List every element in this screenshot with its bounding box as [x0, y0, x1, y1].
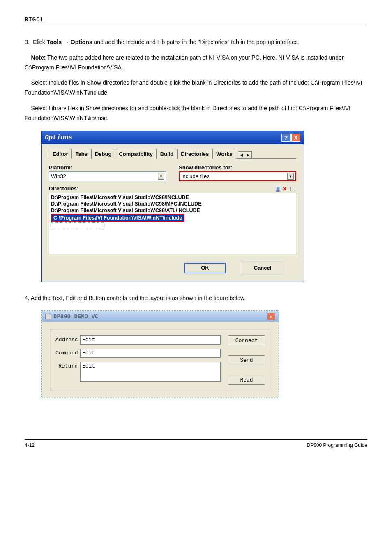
tab-directories[interactable]: Directories: [177, 149, 212, 159]
dir-item[interactable]: D:\Program Files\Microsoft Visual Studio…: [51, 201, 294, 207]
note-label: Note:: [31, 54, 46, 61]
dirs-toolbar: ▦ ✕ ↑ ↓: [275, 185, 296, 192]
close-button[interactable]: ✕: [267, 313, 275, 320]
dir-item-highlight[interactable]: C:\Program Files\IVI Foundation\VISA\Win…: [51, 214, 184, 222]
ok-button[interactable]: OK: [184, 263, 226, 273]
delete-dir-icon[interactable]: ✕: [282, 185, 287, 192]
tab-works[interactable]: Works: [212, 149, 236, 159]
command-label: Command: [55, 349, 80, 356]
platform-select[interactable]: Win32 ▼: [49, 171, 166, 181]
cancel-button[interactable]: Cancel: [242, 263, 283, 273]
note-text: The two paths added here are related to …: [25, 54, 344, 71]
step4-text: 4. Add the Text, Edit and Button control…: [25, 294, 367, 303]
arrow-icon: →: [62, 39, 71, 45]
help-button[interactable]: ?: [281, 134, 291, 142]
chevron-down-icon[interactable]: ▼: [158, 173, 164, 180]
address-label: Address: [55, 335, 80, 343]
demo-dialog: DP800_DEMO_VC ✕ Address Edit Command Edi…: [41, 310, 279, 398]
tab-right-icon[interactable]: ▶: [245, 152, 251, 158]
demo-screenshot: DP800_DEMO_VC ✕ Address Edit Command Edi…: [41, 310, 367, 398]
demo-title: DP800_DEMO_VC: [53, 313, 267, 320]
page-brand: RIGOL: [25, 16, 367, 25]
note-block: Note: The two paths added here are relat…: [25, 53, 367, 73]
dir-item[interactable]: D:\Program Files\Microsoft Visual Studio…: [51, 194, 294, 201]
dirs-listbox[interactable]: D:\Program Files\Microsoft Visual Studio…: [49, 193, 296, 254]
demo-body: Address Edit Command Edit Return Edit Co…: [42, 322, 279, 398]
read-button[interactable]: Read: [228, 375, 265, 385]
step3-after: and add the Include and Lib paths in the…: [92, 39, 300, 45]
platform-col: Platform: Win32 ▼: [49, 164, 166, 181]
send-button[interactable]: Send: [228, 355, 265, 365]
move-up-icon[interactable]: ↑: [289, 185, 292, 192]
select-include-text: Select Include files in Show directories…: [25, 78, 367, 98]
step3-text: 3. Click Tools → Options and add the Inc…: [25, 37, 367, 47]
tab-tabs[interactable]: Tabs: [72, 149, 91, 159]
dirs-header: Directories: ▦ ✕ ↑ ↓: [49, 185, 296, 192]
platform-label: Platform:: [49, 164, 166, 171]
demo-titlebar: DP800_DEMO_VC ✕: [42, 311, 279, 322]
tab-debug[interactable]: Debug: [91, 149, 115, 159]
page-number: 4-12: [25, 442, 35, 448]
tab-editor[interactable]: Editor: [49, 149, 72, 159]
new-dir-icon[interactable]: ▦: [275, 185, 281, 192]
step3-before: Click: [32, 39, 46, 45]
tab-build[interactable]: Build: [157, 149, 178, 159]
command-row: Command Edit: [55, 349, 221, 358]
app-icon: [45, 314, 51, 319]
address-input[interactable]: Edit: [80, 335, 221, 345]
showdirs-select[interactable]: Include files ▼: [179, 171, 296, 181]
return-label: Return: [55, 362, 80, 369]
step4-body: Add the Text, Edit and Button controls a…: [31, 295, 246, 301]
tab-left-icon[interactable]: ◀: [238, 152, 245, 158]
options-titlebar: Options ? X: [42, 131, 304, 144]
options-body: Editor Tabs Debug Compatibility Build Di…: [42, 144, 304, 257]
tabs-row: Editor Tabs Debug Compatibility Build Di…: [49, 148, 296, 159]
command-input[interactable]: Edit: [80, 349, 221, 358]
demo-buttons-col: Connect Send Read: [228, 335, 265, 385]
options-dialog: Options ? X Editor Tabs Debug Compatibil…: [41, 131, 304, 282]
step4-prefix: 4.: [25, 295, 31, 301]
include-text: Select Include files in Show directories…: [25, 79, 362, 96]
connect-button[interactable]: Connect: [228, 335, 265, 345]
options-title: Options: [45, 134, 281, 141]
tab-compatibility[interactable]: Compatibility: [115, 149, 156, 159]
page-footer: 4-12 DP800 Programming Guide: [25, 439, 367, 448]
return-row: Return Edit: [55, 362, 221, 382]
platform-value: Win32: [51, 173, 66, 179]
showdirs-label: Show directories for:: [179, 164, 296, 171]
options-screenshot: Options ? X Editor Tabs Debug Compatibil…: [41, 131, 367, 282]
options-menu-ref: Options: [71, 39, 92, 45]
move-down-icon[interactable]: ↓: [293, 185, 296, 192]
dir-item-empty[interactable]: [51, 222, 104, 229]
footer-right: DP800 Programming Guide: [307, 442, 367, 448]
dirs-label: Directories:: [49, 185, 78, 192]
tools-menu-ref: Tools: [47, 39, 62, 45]
form-row: Platform: Win32 ▼ Show directories for: …: [49, 164, 296, 181]
address-row: Address Edit: [55, 335, 221, 345]
showdirs-col: Show directories for: Include files ▼: [179, 164, 296, 181]
dir-item[interactable]: D:\Program Files\Microsoft Visual Studio…: [51, 207, 294, 214]
demo-left-col: Address Edit Command Edit Return Edit: [55, 335, 221, 385]
return-input[interactable]: Edit: [80, 362, 221, 382]
close-button[interactable]: X: [291, 134, 300, 142]
chevron-down-icon[interactable]: ▼: [287, 173, 294, 180]
showdirs-value: Include files: [181, 173, 210, 179]
dialog-buttons: OK Cancel: [42, 257, 304, 282]
lib-text: Select Library files in Show directories…: [25, 105, 350, 121]
select-lib-text: Select Library files in Show directories…: [25, 104, 367, 123]
tab-scroll[interactable]: ◀▶: [238, 151, 252, 158]
